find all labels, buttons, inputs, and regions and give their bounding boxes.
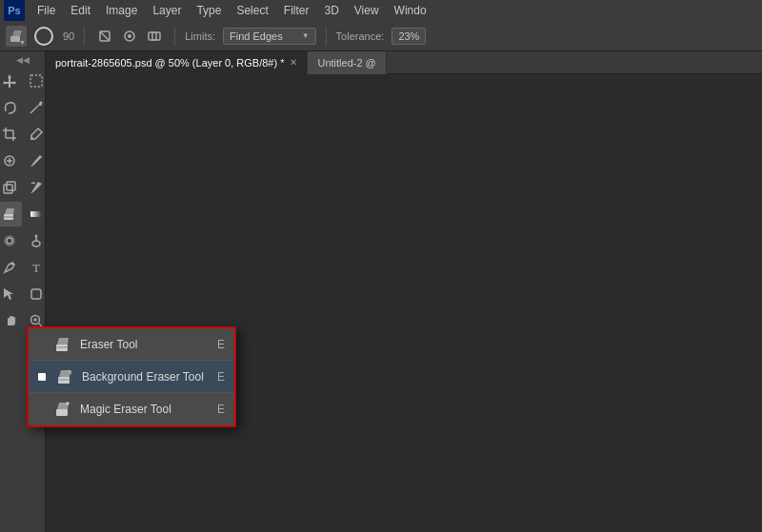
history-icon [147, 29, 162, 44]
tabs-bar: portrait-2865605.psd @ 50% (Layer 0, RGB… [46, 51, 762, 74]
dodge-icon [29, 233, 44, 248]
svg-marker-8 [3, 74, 16, 88]
marquee-tool[interactable] [24, 69, 49, 93]
main-area: ◀◀ [0, 51, 762, 532]
svg-line-10 [30, 106, 38, 113]
menu-filter[interactable]: Filter [277, 2, 316, 19]
limits-value: Find Edges [230, 30, 283, 42]
svg-point-12 [39, 102, 42, 105]
flyout-bg-eraser-tool[interactable]: Background Eraser Tool E [29, 361, 234, 393]
sidebar: ◀◀ [0, 51, 46, 532]
shape-icon [29, 286, 44, 302]
svg-point-31 [34, 235, 37, 238]
hand-icon [2, 313, 17, 328]
limits-label: Limits: [185, 30, 215, 42]
blur-tool[interactable] [0, 228, 22, 253]
svg-marker-41 [57, 338, 69, 345]
options-icons-group [94, 26, 165, 47]
brush-mode-icon[interactable] [94, 26, 115, 47]
tool-row-blur [0, 228, 49, 253]
tool-row-lasso [0, 95, 49, 120]
flyout-magic-eraser-shortcut: E [217, 403, 225, 416]
brush-preview[interactable] [34, 27, 53, 46]
menu-window[interactable]: Windo [388, 2, 433, 19]
separator-1 [84, 27, 85, 46]
healing-icon [2, 153, 17, 168]
svg-rect-40 [56, 345, 68, 351]
tolerance-label: Tolerance: [336, 30, 385, 42]
path-selection-tool[interactable] [0, 282, 22, 306]
tool-preset-arrow: ▼ [19, 39, 26, 46]
tool-row-pen: T [0, 255, 49, 280]
svg-rect-35 [31, 289, 41, 299]
tool-row-path [0, 282, 49, 306]
menu-select[interactable]: Select [230, 2, 274, 19]
sidebar-collapse[interactable]: ◀◀ [16, 55, 30, 65]
crop-tool[interactable] [0, 122, 22, 147]
gradient-tool[interactable] [24, 202, 49, 227]
svg-rect-9 [30, 75, 42, 87]
magic-wand-icon [29, 100, 44, 115]
tool-row-healing [0, 148, 49, 173]
move-tool[interactable] [0, 69, 22, 93]
tab-untitled-label: Untitled-2 @ [317, 57, 375, 69]
bg-eraser-flyout-svg [56, 368, 73, 385]
menu-image[interactable]: Image [99, 2, 144, 19]
tab-portrait-close[interactable]: ✕ [290, 57, 297, 68]
lasso-tool[interactable] [0, 95, 22, 120]
options-bar: ▼ 90 Limits: Find Edges ▼ [0, 21, 762, 51]
flyout-magic-eraser-label: Magic Eraser Tool [80, 403, 210, 416]
canvas-background [46, 74, 762, 532]
type-tool[interactable]: T [24, 255, 49, 280]
tolerance-value[interactable]: 23% [391, 28, 426, 45]
eyedropper-tool[interactable] [24, 122, 49, 147]
menu-file[interactable]: File [30, 2, 62, 19]
svg-point-17 [30, 137, 33, 140]
hand-tool[interactable] [0, 308, 22, 333]
pen-tool[interactable] [0, 255, 22, 280]
dodge-tool[interactable] [24, 228, 49, 253]
magic-eraser-flyout-svg [54, 401, 71, 418]
menu-view[interactable]: View [348, 2, 386, 19]
menu-layer[interactable]: Layer [146, 2, 188, 19]
airbrush-svg [122, 29, 137, 44]
brush-tool[interactable] [24, 148, 49, 173]
flyout-selected-indicator [38, 373, 46, 381]
tab-portrait[interactable]: portrait-2865605.psd @ 50% (Layer 0, RGB… [46, 51, 308, 74]
airbrush-icon[interactable] [119, 26, 140, 47]
separator-3 [326, 27, 327, 46]
tool-preset-picker[interactable]: ▼ [6, 26, 27, 47]
shape-tool[interactable] [24, 282, 49, 306]
flyout-magic-eraser-tool[interactable]: Magic Eraser Tool E [29, 393, 234, 425]
svg-rect-21 [4, 185, 12, 193]
lasso-icon [2, 100, 17, 115]
svg-marker-34 [4, 288, 13, 300]
svg-rect-26 [30, 211, 42, 217]
svg-marker-1 [12, 30, 22, 36]
flyout-eraser-label: Eraser Tool [80, 338, 210, 351]
tab-untitled[interactable]: Untitled-2 @ [308, 51, 386, 74]
tool-row-eraser [0, 202, 49, 227]
ps-logo: Ps [4, 0, 25, 21]
pencil-icon [97, 29, 112, 44]
type-icon: T [29, 260, 44, 275]
healing-tool[interactable] [0, 148, 22, 173]
flyout-eraser-tool[interactable]: Eraser Tool E [29, 328, 234, 361]
flyout-bg-eraser-label: Background Eraser Tool [82, 370, 210, 384]
history-brush-tool[interactable] [24, 175, 49, 200]
eraser-tool[interactable] [0, 202, 22, 227]
limits-dropdown[interactable]: Find Edges ▼ [223, 28, 316, 45]
flyout-eraser-icon [53, 335, 72, 354]
magic-wand-tool[interactable] [24, 95, 49, 120]
svg-line-3 [100, 31, 110, 41]
erase-to-history-icon[interactable] [144, 26, 165, 47]
eraser-sidebar-icon [2, 207, 17, 222]
history-brush-icon [29, 180, 44, 195]
menu-edit[interactable]: Edit [64, 2, 97, 19]
canvas-area: portrait-2865605.psd @ 50% (Layer 0, RGB… [46, 51, 762, 532]
svg-point-32 [10, 263, 13, 266]
svg-point-28 [7, 238, 12, 244]
menu-type[interactable]: Type [190, 2, 228, 19]
menu-3d[interactable]: 3D [317, 2, 345, 19]
clone-tool[interactable] [0, 175, 22, 200]
